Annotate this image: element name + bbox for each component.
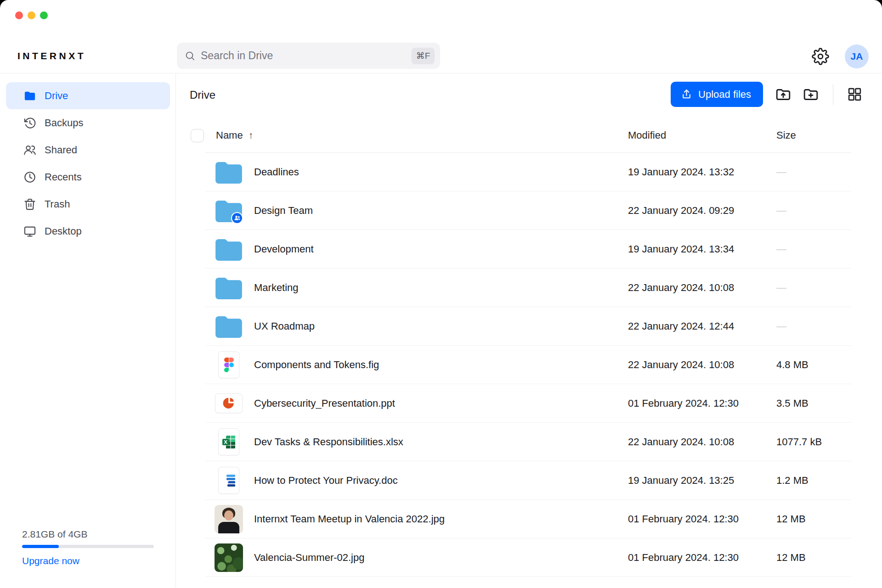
search-input[interactable]: Search in Drive ⌘F [177,43,440,69]
storage-widget: 2.81GB of 4GB Upgrade now [22,529,154,566]
table-row[interactable]: UX Roadmap 22 January 2024. 12:44 — [205,307,851,346]
sidebar-item-drive[interactable]: Drive [6,82,170,109]
folder-icon [215,235,243,263]
column-header-name[interactable]: Name ↑ [205,129,628,141]
table-row[interactable]: How to Protect Your Privacy.doc 19 Janua… [205,461,851,500]
gear-icon [812,48,829,65]
trash-icon [23,197,37,211]
file-name: Marketing [254,282,299,294]
sidebar-item-label: Recents [45,171,82,183]
folder-icon [23,89,37,103]
size-value: 4.8 MB [776,359,851,371]
sidebar-item-label: Shared [45,144,77,156]
sidebar: Drive Backups [0,73,176,588]
upload-files-button[interactable]: Upload files [671,82,763,107]
modified-value: 19 January 2024. 13:25 [628,475,776,487]
file-name: Components and Tokens.fig [254,359,379,371]
file-name: Development [254,243,314,255]
shared-badge-icon [231,212,243,224]
storage-progress-fill [22,545,59,548]
top-bar: INTERNXT Search in Drive ⌘F JA [0,0,882,73]
sidebar-item-backups[interactable]: Backups [6,109,170,136]
powerpoint-file-icon [215,389,243,418]
modified-value: 01 February 2024. 12:30 [628,513,776,525]
select-all-checkbox[interactable] [191,129,204,142]
sidebar-item-desktop[interactable]: Desktop [6,218,170,245]
page-title: Drive [190,89,215,101]
modified-value: 19 January 2024. 13:32 [628,166,776,178]
figma-file-icon [215,351,243,379]
modified-value: 22 January 2024. 10:08 [628,359,776,371]
size-value: — [776,166,851,178]
close-window-button[interactable] [15,11,23,19]
upgrade-now-link[interactable]: Upgrade now [22,555,79,566]
file-name: UX Roadmap [254,320,315,332]
size-value: — [776,205,851,217]
size-value: 12 MB [776,513,851,525]
modified-value: 22 January 2024. 10:08 [628,282,776,294]
file-name: How to Protect Your Privacy.doc [254,475,398,487]
table-row[interactable]: Development 19 January 2024. 13:34 — [205,230,851,269]
minimize-window-button[interactable] [28,11,35,19]
grid-view-button[interactable] [846,86,863,103]
size-value: 1.2 MB [776,475,851,487]
table-row[interactable]: Components and Tokens.fig 22 January 202… [205,346,851,384]
file-name: Deadlines [254,166,299,178]
search-shortcut-badge: ⌘F [412,48,435,64]
file-name: Dev Tasks & Responsibilities.xlsx [254,436,403,448]
folder-upload-icon [775,86,792,103]
file-name: Design Team [254,205,313,217]
toolbar: Upload files [671,82,863,107]
internxt-logo: INTERNXT [17,50,86,62]
table-row[interactable]: Marketing 22 January 2024. 10:08 — [205,269,851,307]
sidebar-item-shared[interactable]: Shared [6,136,170,163]
table-row[interactable]: Valencia-Summer-02.jpg 01 February 2024.… [205,538,851,577]
modified-value: 01 February 2024. 12:30 [628,552,776,564]
table-header: Name ↑ Modified Size [205,118,851,153]
column-header-size[interactable]: Size [776,129,851,141]
toolbar-divider [833,84,833,105]
table-row[interactable]: Internxt Team Meetup in Valencia 2022.jp… [205,500,851,538]
storage-progress-bar [22,545,154,548]
table-row[interactable]: Cybersecurity_Presentation.ppt 01 Februa… [205,384,851,423]
search-placeholder: Search in Drive [201,50,412,62]
sidebar-item-label: Drive [45,90,68,102]
desktop-icon [23,224,37,238]
new-folder-button[interactable] [802,86,820,103]
upload-files-label: Upload files [698,89,751,101]
folder-icon [215,312,243,341]
sidebar-item-trash[interactable]: Trash [6,190,170,218]
image-thumbnail [215,505,243,533]
zoom-window-button[interactable] [40,11,48,19]
table-row[interactable]: Design Team 22 January 2024. 09:29 — [205,191,851,230]
sidebar-item-label: Trash [45,198,70,210]
upload-folder-button[interactable] [775,86,792,103]
clock-icon [23,170,37,184]
size-value: — [776,243,851,255]
table-row[interactable]: Dev Tasks & Responsibilities.xlsx 22 Jan… [205,423,851,461]
file-name: Valencia-Summer-02.jpg [254,552,364,564]
app-window: INTERNXT Search in Drive ⌘F JA [0,0,882,588]
main-panel: Drive Upload files [176,73,882,588]
folder-plus-icon [803,86,819,103]
size-value: — [776,282,851,294]
size-value: 12 MB [776,552,851,564]
column-header-modified[interactable]: Modified [628,129,776,141]
modified-value: 19 January 2024. 13:34 [628,243,776,255]
avatar[interactable]: JA [845,45,869,68]
word-file-icon [215,466,243,495]
history-icon [23,116,37,130]
settings-button[interactable] [812,48,829,65]
search-icon [185,50,195,61]
sidebar-item-label: Desktop [45,225,82,237]
sidebar-item-recents[interactable]: Recents [6,163,170,190]
file-table: Name ↑ Modified Size Deadlines 19 Januar… [205,118,851,577]
table-row[interactable]: Deadlines 19 January 2024. 13:32 — [205,153,851,191]
window-controls [15,11,48,19]
size-value: 3.5 MB [776,398,851,409]
file-name: Cybersecurity_Presentation.ppt [254,398,395,409]
people-icon [23,143,37,157]
excel-file-icon [215,428,243,456]
grid-view-icon [847,87,862,102]
file-name: Internxt Team Meetup in Valencia 2022.jp… [254,513,445,525]
